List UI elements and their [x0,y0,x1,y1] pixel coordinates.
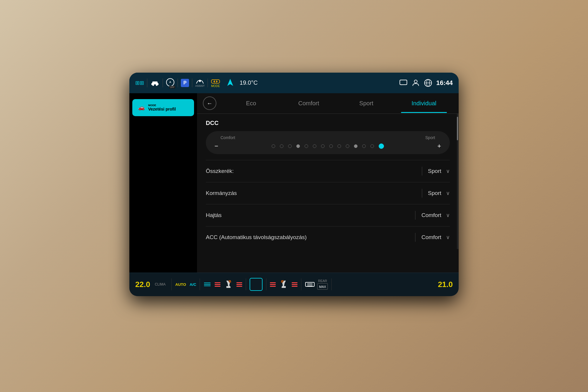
parking-badge[interactable]: P [181,79,189,87]
scrollbar-thumb[interactable] [457,117,458,140]
tab-individual[interactable]: Individual [395,94,453,113]
mode-icon[interactable]: MODE [211,78,220,88]
svg-rect-5 [211,80,220,83]
mode-car-icon: 🚗 [138,104,145,111]
assist-icon[interactable]: ASSIST [195,78,205,87]
dot-13[interactable] [370,144,374,148]
temp-left-display: 22.0 [135,280,150,289]
dcc-section: DCC Comfort Sport − [206,120,450,154]
ac-btn[interactable]: A/C [190,282,196,287]
setting-value-kormányzas: Sport [428,190,441,196]
globe-icon[interactable] [424,79,432,87]
climate-divider-1 [171,278,172,290]
temperature-display: 19.0°C [240,79,258,86]
setting-value-acc: Comfort [421,234,441,241]
svg-point-0 [152,84,154,86]
chevron-down-icon-4[interactable]: ∨ [446,234,450,241]
heat-dots-right [270,282,276,287]
climate-divider-5 [301,278,301,290]
message-icon[interactable] [399,79,407,86]
scrollbar-track [457,114,459,249]
chevron-down-icon-1[interactable]: ∨ [446,168,450,174]
dot-3[interactable] [288,144,292,148]
status-icons-left: ⊞⊞ A OFF P [135,78,220,88]
back-arrow-icon: ← [207,100,213,107]
tabs-bar: ← Eco Comfort Sport Individual [197,93,459,114]
status-icons-right: 16:44 [399,79,453,87]
back-button[interactable]: ← [203,96,216,110]
seat-heat-left-icon[interactable] [224,280,233,289]
main-content: 🚗 MODE Vezetési profil ← Eco Comfort [129,93,459,273]
svg-point-4 [199,80,201,82]
svg-point-7 [414,80,417,83]
rear-max-group: REAR MAX [317,279,328,290]
center-display-icon[interactable] [250,278,263,291]
max-label: MAX [319,285,326,288]
dot-5[interactable] [305,144,308,148]
row-divider-3 [415,211,415,220]
user-icon[interactable] [412,79,420,87]
setting-row-kormányzas[interactable]: Kormányzás Sport ∨ [206,182,450,204]
dot-10[interactable] [346,144,349,148]
row-divider-4 [415,233,415,242]
seat-heat-right-icon[interactable] [279,280,288,289]
dcc-title: DCC [206,120,450,126]
rear-label: REAR [318,279,327,283]
setting-row-acc[interactable]: ACC (Automatikus távolságszabályozás) Co… [206,226,450,248]
dot-2[interactable] [280,144,283,148]
rear-defroster-icon[interactable] [305,281,315,288]
sidebar: 🚗 MODE Vezetési profil [129,93,197,273]
dcc-minus-btn[interactable]: − [212,142,221,150]
tab-sport[interactable]: Sport [338,94,395,113]
dot-4[interactable] [296,144,300,148]
climate-divider-3 [246,278,246,290]
content-area: ← Eco Comfort Sport Individual [197,93,459,273]
navigation-arrow[interactable] [227,78,234,88]
dot-8[interactable] [329,144,333,148]
car-icon[interactable] [150,79,160,87]
heat-dots-center [236,282,242,287]
setting-label-kormányzas: Kormányzás [206,190,422,196]
dcc-slider: Comfort Sport − [206,131,450,154]
sidebar-item-driving-profile[interactable]: 🚗 MODE Vezetési profil [132,99,194,116]
fan-distribute-icon[interactable] [203,281,211,288]
dot-6[interactable] [313,144,316,148]
setting-label-hajtas: Hajtás [206,212,415,218]
dot-7[interactable] [321,144,325,148]
row-divider-2 [422,189,422,198]
chevron-down-icon-3[interactable]: ∨ [446,212,450,218]
row-divider-1 [422,167,422,176]
status-bar: ⊞⊞ A OFF P [129,73,459,93]
setting-value-osszkerek: Sport [428,168,441,174]
dcc-dots-container [222,144,433,149]
dot-9[interactable] [338,144,341,148]
dot-14-active[interactable] [379,144,384,149]
dcc-dot-track[interactable]: − [212,142,444,150]
grid-icon[interactable]: ⊞⊞ [135,80,144,86]
auto-btn[interactable]: AUTO [175,282,186,287]
setting-row-osszkerek[interactable]: Összkerék: Sport ∨ [206,160,450,182]
setting-value-hajtas: Comfort [421,212,441,218]
temp-right-display: 21.0 [438,280,453,289]
chevron-down-icon-2[interactable]: ∨ [446,190,450,196]
svg-rect-6 [400,80,407,85]
settings-content[interactable]: DCC Comfort Sport − [197,114,459,273]
tab-eco[interactable]: Eco [222,94,280,113]
tab-comfort[interactable]: Comfort [280,94,338,113]
autopilot-icon[interactable]: A OFF [166,78,175,88]
dot-1[interactable] [272,144,275,148]
svg-point-1 [156,84,158,86]
dcc-label-comfort: Comfort [220,135,235,140]
dot-12[interactable] [362,144,366,148]
infotainment-screen: ⊞⊞ A OFF P [129,73,459,296]
dot-11[interactable] [354,144,358,148]
sidebar-mode-label: MODE [148,104,176,107]
dcc-plus-btn[interactable]: + [435,142,444,150]
setting-row-hajtas[interactable]: Hajtás Comfort ∨ [206,204,450,226]
clima-label: CLIMA [155,282,166,286]
setting-label-osszkerek: Összkerék: [206,168,422,174]
dcc-labels: Comfort Sport [212,135,444,140]
climate-divider-2 [200,278,200,290]
heat-dots-left [215,282,220,287]
sidebar-profile-label: Vezetési profil [148,107,176,111]
